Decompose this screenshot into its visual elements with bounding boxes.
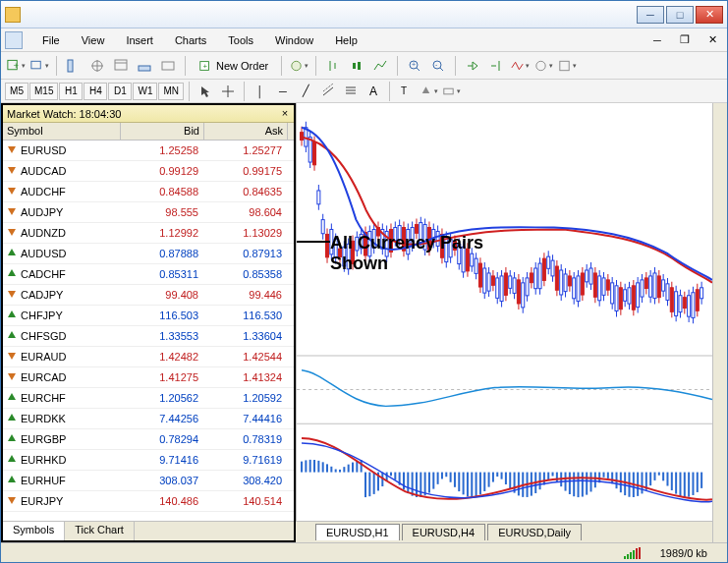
new-order-button[interactable]: + New Order bbox=[192, 55, 275, 77]
chart-tab[interactable]: EURUSD,H1 bbox=[315, 524, 400, 540]
line-chart-button[interactable] bbox=[369, 55, 391, 77]
auto-scroll-button[interactable] bbox=[462, 55, 483, 77]
new-order-label: New Order bbox=[216, 60, 268, 72]
symbol-row[interactable]: EURHUF308.037308.420 bbox=[3, 471, 294, 491]
crosshair-tool[interactable] bbox=[217, 81, 239, 102]
bid-value: 1.41275 bbox=[121, 371, 204, 383]
menu-help[interactable]: Help bbox=[327, 31, 365, 49]
vertical-scrollbar[interactable] bbox=[712, 103, 727, 542]
market-watch-close-button[interactable]: × bbox=[278, 107, 292, 121]
svg-rect-217 bbox=[641, 280, 644, 297]
zoom-in-button[interactable]: + bbox=[404, 55, 425, 77]
timeframe-mn[interactable]: MN bbox=[158, 83, 184, 100]
svg-rect-187 bbox=[577, 276, 580, 302]
timeframe-h4[interactable]: H4 bbox=[84, 83, 107, 100]
svg-rect-203 bbox=[611, 283, 614, 304]
channel-tool[interactable] bbox=[317, 81, 339, 102]
trendline-tool[interactable]: ╱ bbox=[295, 81, 316, 102]
symbol-row[interactable]: EURCHF1.205621.20592 bbox=[3, 388, 294, 409]
navigator-toggle[interactable] bbox=[86, 55, 108, 77]
bid-value: 98.555 bbox=[121, 206, 204, 218]
menu-tools[interactable]: Tools bbox=[220, 31, 261, 49]
symbol-row[interactable]: AUDUSD0.878880.87913 bbox=[3, 244, 294, 264]
mdi-close-button[interactable]: ✕ bbox=[701, 29, 723, 51]
svg-rect-157 bbox=[513, 278, 516, 294]
timeframe-m5[interactable]: M5 bbox=[5, 83, 28, 100]
svg-rect-9 bbox=[139, 66, 150, 71]
autotrade-button[interactable]: ▾ bbox=[288, 55, 309, 77]
periodicity-button[interactable]: ▾ bbox=[532, 55, 554, 77]
close-button[interactable]: ✕ bbox=[696, 6, 723, 24]
mdi-minimize-button[interactable]: ─ bbox=[646, 29, 668, 51]
fibo-tool[interactable] bbox=[340, 81, 362, 102]
text-label-tool[interactable]: T bbox=[395, 81, 417, 102]
symbol-row[interactable]: AUDJPY98.55598.604 bbox=[3, 202, 294, 223]
timeframe-m15[interactable]: M15 bbox=[29, 83, 58, 100]
timeframe-d1[interactable]: D1 bbox=[108, 83, 132, 100]
svg-rect-199 bbox=[602, 278, 605, 295]
bid-value: 1.25258 bbox=[121, 144, 204, 156]
app-menu-icon[interactable] bbox=[5, 31, 23, 49]
svg-rect-233 bbox=[675, 292, 678, 316]
menu-file[interactable]: File bbox=[34, 31, 68, 49]
chart-tab[interactable]: EURUSD,Daily bbox=[487, 524, 582, 540]
col-ask[interactable]: Ask bbox=[204, 123, 288, 140]
symbol-row[interactable]: EURCAD1.412751.41324 bbox=[3, 367, 294, 388]
new-chart-button[interactable]: +▾ bbox=[5, 55, 27, 77]
symbol-row[interactable]: EURAUD1.424821.42544 bbox=[3, 347, 294, 367]
cursor-tool[interactable] bbox=[195, 81, 216, 102]
symbol-row[interactable]: CHFJPY116.503116.530 bbox=[3, 306, 294, 326]
symbol-row[interactable]: CADCHF0.853110.85358 bbox=[3, 264, 294, 285]
minimize-button[interactable]: ─ bbox=[637, 6, 664, 24]
data-window-toggle[interactable] bbox=[110, 55, 132, 77]
chart-canvas[interactable]: All Currency PairsShown bbox=[296, 103, 712, 521]
mdi-restore-button[interactable]: ❐ bbox=[674, 29, 696, 51]
col-bid[interactable]: Bid bbox=[121, 123, 204, 140]
svg-point-25 bbox=[536, 61, 545, 70]
connection-icon bbox=[624, 547, 641, 559]
symbol-name: CADJPY bbox=[21, 289, 63, 301]
symbol-row[interactable]: EURUSD1.252581.25277 bbox=[3, 141, 294, 161]
symbol-row[interactable]: CADJPY99.40899.446 bbox=[3, 285, 294, 306]
svg-rect-215 bbox=[637, 283, 640, 308]
zoom-out-button[interactable]: - bbox=[427, 55, 449, 77]
col-symbol[interactable]: Symbol bbox=[3, 123, 121, 140]
timeframe-w1[interactable]: W1 bbox=[133, 83, 157, 100]
symbol-row[interactable]: AUDCHF0.845880.84635 bbox=[3, 182, 294, 202]
text-tool[interactable]: A bbox=[363, 81, 384, 102]
menu-insert[interactable]: Insert bbox=[118, 31, 161, 49]
tab-tick-chart[interactable]: Tick Chart bbox=[65, 522, 135, 540]
maximize-button[interactable]: □ bbox=[666, 6, 694, 24]
market-watch-toggle[interactable] bbox=[63, 55, 84, 77]
menu-charts[interactable]: Charts bbox=[167, 31, 214, 49]
symbol-row[interactable]: AUDNZD1.129921.13029 bbox=[3, 223, 294, 244]
symbol-row[interactable]: EURJPY140.486140.514 bbox=[3, 491, 294, 512]
indicators-button[interactable]: ▾ bbox=[509, 55, 531, 77]
symbol-row[interactable]: EURHKD9.714169.71619 bbox=[3, 450, 294, 471]
chart-shift-button[interactable] bbox=[485, 55, 507, 77]
templates-button[interactable]: ▾ bbox=[556, 55, 578, 77]
strategy-tester-toggle[interactable] bbox=[157, 55, 179, 77]
hline-tool[interactable]: ─ bbox=[272, 81, 294, 102]
profiles-button[interactable]: ▾ bbox=[28, 55, 50, 77]
symbol-row[interactable]: CHFSGD1.335531.33604 bbox=[3, 326, 294, 347]
symbol-row[interactable]: EURDKK7.442567.44416 bbox=[3, 409, 294, 429]
direction-icon bbox=[7, 454, 17, 466]
symbol-name: AUDCAD bbox=[21, 165, 66, 177]
symbol-row[interactable]: EURGBP0.782940.78319 bbox=[3, 429, 294, 450]
bar-chart-button[interactable] bbox=[322, 55, 344, 77]
arrows-tool[interactable]: ▾ bbox=[418, 81, 439, 102]
menu-view[interactable]: View bbox=[74, 31, 113, 49]
terminal-toggle[interactable] bbox=[134, 55, 155, 77]
svg-rect-241 bbox=[692, 293, 695, 318]
symbol-name: EURUSD bbox=[21, 144, 66, 156]
chart-tab[interactable]: EURUSD,H4 bbox=[402, 524, 486, 540]
vline-tool[interactable]: │ bbox=[250, 81, 271, 102]
menu-window[interactable]: Window bbox=[267, 31, 321, 49]
symbol-row[interactable]: AUDCAD0.991290.99175 bbox=[3, 161, 294, 182]
candle-chart-button[interactable] bbox=[346, 55, 367, 77]
tab-symbols[interactable]: Symbols bbox=[3, 522, 65, 540]
objects-tool[interactable]: ▾ bbox=[440, 81, 462, 102]
timeframe-h1[interactable]: H1 bbox=[59, 83, 83, 100]
ask-value: 0.84635 bbox=[204, 186, 288, 197]
